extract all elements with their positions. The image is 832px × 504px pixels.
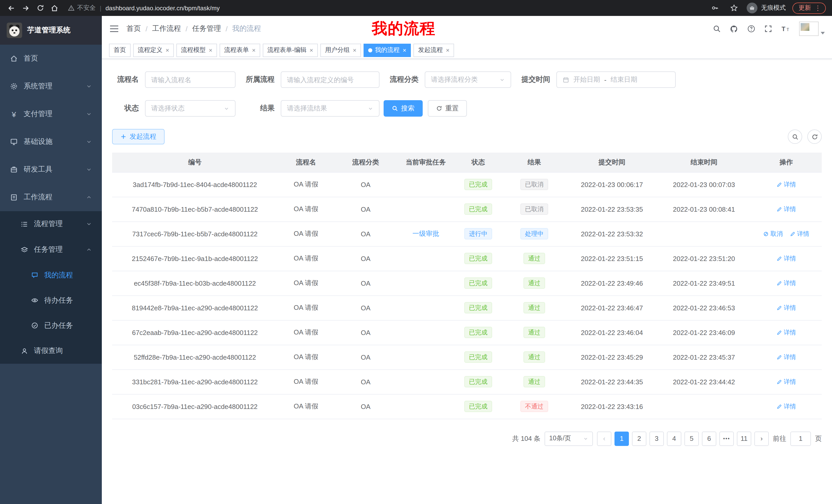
breadcrumb-workflow[interactable]: 工作流程 [152,24,181,33]
close-icon[interactable]: × [165,47,169,54]
search-button[interactable]: 搜索 [384,100,423,117]
cell-category: OA [334,345,397,369]
tab-process-form-edit[interactable]: 流程表单-编辑× [263,44,318,57]
help-icon[interactable] [747,25,755,33]
tab-home[interactable]: 首页 [109,44,131,57]
page-size-select[interactable]: 10条/页 [545,431,593,446]
url-text[interactable]: dashboard.yudao.iocoder.cn/bpm/task/my [105,4,219,11]
tab-process-form[interactable]: 流程表单× [219,44,260,57]
status-select[interactable]: 请选择状态 [145,100,235,117]
close-icon[interactable]: × [446,47,449,54]
process-def-input[interactable] [287,76,373,83]
breadcrumb-home[interactable]: 首页 [127,24,141,33]
tab-process-model[interactable]: 流程模型× [176,44,217,57]
browser-home-icon[interactable] [48,2,61,14]
detail-link[interactable]: 详情 [777,180,796,189]
process-def-label: 所属流程 [235,75,281,84]
close-icon[interactable]: × [353,47,356,54]
sidebar-item-my-process[interactable]: 我的流程 [0,262,102,288]
current-task-link[interactable]: 一级审批 [412,230,439,237]
sidebar-item-leave-query[interactable]: 请假查询 [0,338,102,364]
next-page-button[interactable]: › [754,431,769,446]
detail-link[interactable]: 详情 [777,402,796,411]
page-button-1[interactable]: 1 [615,431,629,446]
toolbox-icon [10,165,18,174]
sidebar-item-home[interactable]: 首页 [0,45,102,73]
cell-submit-time: 2022-01-22 23:46:47 [567,296,657,320]
browser-back-icon[interactable] [5,2,18,14]
close-icon[interactable]: × [209,47,212,54]
font-size-icon[interactable]: TT [781,25,790,33]
breadcrumb-task-mgmt[interactable]: 任务管理 [192,24,221,33]
detail-link[interactable]: 详情 [777,279,796,287]
detail-link[interactable]: 详情 [777,303,796,312]
monitor-icon [10,138,18,146]
more-pages-icon[interactable]: ••• [719,431,734,446]
tab-user-group[interactable]: 用户分组× [320,44,361,57]
process-def-input-wrap [281,72,380,88]
update-button[interactable]: 更新 ⋮ [792,2,826,13]
detail-link[interactable]: 详情 [777,205,796,214]
detail-link[interactable]: 详情 [777,254,796,263]
warning-icon [68,5,75,11]
header-search-icon[interactable] [713,25,721,33]
table-row: 2152467e-7b9b-11ec-9a1b-acde48001122 OA … [112,246,822,271]
user-menu[interactable] [799,22,825,36]
tab-my-process[interactable]: 我的流程× [364,44,411,57]
page-button-3[interactable]: 3 [649,431,664,446]
tab-process-definition[interactable]: 流程定义× [133,44,174,57]
sidebar-item-payment[interactable]: ¥ 支付管理 [0,100,102,128]
detail-link[interactable]: 详情 [790,229,809,238]
address-bar[interactable]: 不安全 | dashboard.yudao.iocoder.cn/bpm/tas… [68,4,701,12]
refresh-table-icon[interactable] [807,130,822,144]
table-row: 52ffd28e-7b9a-11ec-a290-acde48001122 OA … [112,345,822,369]
sidebar-item-workflow[interactable]: 工作流程 [0,184,102,211]
tab-start-process[interactable]: 发起流程× [413,44,454,57]
result-select[interactable]: 请选择流结果 [281,100,380,117]
chevron-down-icon [583,436,588,441]
prev-page-button[interactable]: ‹ [597,431,612,446]
goto-page-input[interactable] [790,431,811,446]
tabs-bar: 首页 流程定义× 流程模型× 流程表单× 流程表单-编辑× 用户分组× 我的流程… [102,41,832,59]
sidebar-item-todo-tasks[interactable]: 待办任务 [0,288,102,313]
page-button-11[interactable]: 11 [737,431,751,446]
browser-forward-icon[interactable] [20,2,32,14]
page-button-4[interactable]: 4 [667,431,681,446]
close-icon[interactable]: × [252,47,256,54]
page-button-6[interactable]: 6 [702,431,716,446]
reset-button[interactable]: 重置 [428,100,467,117]
sidebar-item-done-tasks[interactable]: 已办任务 [0,313,102,338]
sidebar-item-task-mgmt[interactable]: 任务管理 [0,237,102,262]
status-badge: 已完成 [464,376,492,387]
github-icon[interactable] [730,24,738,33]
process-name-input[interactable] [151,76,229,83]
toggle-search-icon[interactable] [788,130,802,144]
sidebar-item-infrastructure[interactable]: 基础设施 [0,128,102,156]
page-button-5[interactable]: 5 [684,431,699,446]
chevron-down-icon [224,106,229,111]
app-logo: 芋道管理系统 [0,16,102,45]
bookmark-star-icon[interactable] [728,2,740,14]
sidebar: 芋道管理系统 首页 系统管理 ¥ 支付管理 基础设施 [0,16,102,504]
category-select[interactable]: 请选择流程分类 [425,72,511,88]
detail-link[interactable]: 详情 [777,328,796,337]
page-content: 流程名 所属流程 流程分类 请选择流程分类 提交时间 [102,59,832,504]
password-key-icon[interactable] [709,2,721,14]
close-icon[interactable]: × [310,47,313,54]
sidebar-item-devtools[interactable]: 研发工具 [0,156,102,184]
submit-time-range[interactable]: 开始日期 - 结束日期 [556,72,676,88]
incognito-label: 无痕模式 [761,4,786,12]
avatar[interactable] [799,22,818,36]
detail-link[interactable]: 详情 [777,353,796,361]
cancel-link[interactable]: 取消 [763,229,783,238]
close-icon[interactable]: × [402,47,406,54]
chat-bubble-icon [30,271,38,279]
fullscreen-icon[interactable] [764,25,772,33]
detail-link[interactable]: 详情 [777,377,796,386]
sidebar-item-process-mgmt[interactable]: 流程管理 [0,211,102,237]
browser-reload-icon[interactable] [34,2,46,14]
sidebar-item-system[interactable]: 系统管理 [0,73,102,100]
sidebar-toggle-icon[interactable] [102,25,127,33]
create-process-button[interactable]: 发起流程 [112,129,164,144]
page-button-2[interactable]: 2 [632,431,646,446]
